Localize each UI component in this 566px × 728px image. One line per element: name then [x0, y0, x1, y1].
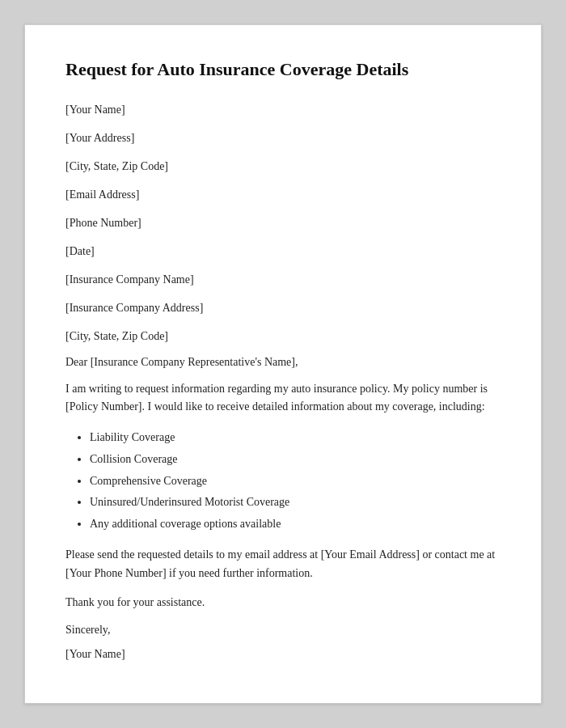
- document-title: Request for Auto Insurance Coverage Deta…: [65, 57, 501, 82]
- closing-text: Sincerely,: [65, 624, 501, 637]
- phone-number-field: [Phone Number]: [65, 214, 501, 231]
- email-address-field: [Email Address]: [65, 186, 501, 203]
- city-state-zip-1-field: [City, State, Zip Code]: [65, 158, 501, 175]
- list-item: Comprehensive Coverage: [90, 471, 501, 493]
- list-item: Uninsured/Underinsured Motorist Coverage: [90, 492, 501, 514]
- contact-paragraph: Please send the requested details to my …: [65, 546, 501, 582]
- your-address-field: [Your Address]: [65, 129, 501, 146]
- date-field: [Date]: [65, 243, 501, 260]
- list-item: Collision Coverage: [90, 449, 501, 471]
- your-name-field: [Your Name]: [65, 101, 501, 118]
- insurance-company-name-field: [Insurance Company Name]: [65, 271, 501, 288]
- intro-paragraph: I am writing to request information rega…: [65, 380, 501, 417]
- list-item: Liability Coverage: [90, 427, 501, 449]
- city-state-zip-2-field: [City, State, Zip Code]: [65, 328, 501, 345]
- insurance-company-address-field: [Insurance Company Address]: [65, 299, 501, 316]
- list-item: Any additional coverage options availabl…: [90, 514, 501, 535]
- document-container: Request for Auto Insurance Coverage Deta…: [24, 24, 542, 704]
- coverage-list: Liability CoverageCollision CoverageComp…: [90, 427, 501, 535]
- salutation-text: Dear [Insurance Company Representative's…: [65, 356, 501, 369]
- signature-name: [Your Name]: [65, 648, 501, 661]
- thanks-paragraph: Thank you for your assistance.: [65, 594, 501, 612]
